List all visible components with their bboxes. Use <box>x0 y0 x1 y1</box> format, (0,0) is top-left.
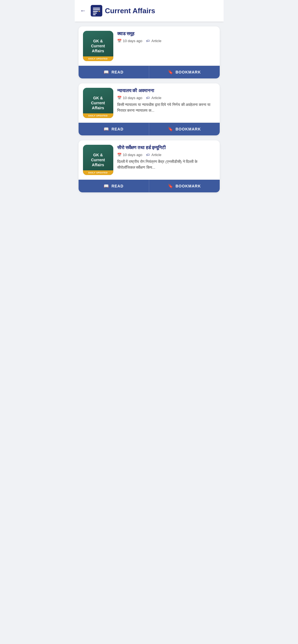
bookmark-button[interactable]: 🔖 BOOKMARK <box>149 180 220 192</box>
read-button[interactable]: 📖 READ <box>79 123 149 135</box>
thumb-text-3: Affairs <box>90 162 106 167</box>
read-icon: 📖 <box>104 184 109 189</box>
bookmark-icon: 🔖 <box>168 184 173 189</box>
article-excerpt: दिल्ली में राष्ट्रीय रोग नियंत्रण केंद्र… <box>117 159 215 171</box>
article-card: GK & Current Affairs DAILY UPDATED न्याय… <box>79 83 220 135</box>
calendar-icon: 📅 <box>117 39 122 43</box>
thumb-text-2: Current <box>89 43 107 48</box>
meta-type: 🏷 Article <box>146 39 161 43</box>
meta-date: 📅 10 days ago <box>117 39 143 43</box>
article-meta: 📅 10 days ago 🏷 Article <box>117 95 215 100</box>
tag-icon: 🏷 <box>146 39 150 43</box>
article-meta: 📅 10 days ago 🏷 Article <box>117 152 215 157</box>
svg-rect-6 <box>93 14 96 15</box>
article-body: GK & Current Affairs DAILY UPDATED न्याय… <box>79 83 220 122</box>
article-thumbnail: GK & Current Affairs DAILY UPDATED <box>83 145 113 175</box>
bookmark-icon: 🔖 <box>168 127 173 132</box>
article-title: क्वाड समूह <box>117 31 215 37</box>
articles-list: GK & Current Affairs DAILY UPDATED क्वाड… <box>75 21 224 197</box>
article-thumbnail: GK & Current Affairs DAILY UPDATED <box>83 88 113 118</box>
calendar-icon: 📅 <box>117 152 122 157</box>
svg-rect-4 <box>98 11 100 12</box>
meta-date: 📅 10 days ago <box>117 95 143 100</box>
bookmark-icon: 🔖 <box>168 70 173 75</box>
read-icon: 📖 <box>104 70 109 75</box>
article-card: GK & Current Affairs DAILY UPDATED क्वाड… <box>79 26 220 78</box>
thumb-text-2: Current <box>89 157 107 162</box>
thumb-text-1: GK & <box>92 95 104 100</box>
thumb-text-1: GK & <box>92 152 104 157</box>
svg-rect-3 <box>93 11 98 12</box>
meta-type: 🏷 Article <box>146 152 161 157</box>
article-info: न्यायालय की अवमानना 📅 10 days ago 🏷 Arti… <box>117 88 215 114</box>
article-info: सीरो सर्वेक्षण तथा हर्ड इम्यूनिटी 📅 10 d… <box>117 145 215 171</box>
article-actions: 📖 READ 🔖 BOOKMARK <box>79 66 220 78</box>
thumb-text-2: Current <box>89 100 107 105</box>
thumb-text-3: Affairs <box>90 105 106 110</box>
meta-type: 🏷 Article <box>146 95 161 100</box>
meta-date: 📅 10 days ago <box>117 152 143 157</box>
article-actions: 📖 READ 🔖 BOOKMARK <box>79 179 220 192</box>
tag-icon: 🏷 <box>146 95 150 100</box>
thumb-text-3: Affairs <box>90 48 106 53</box>
article-actions: 📖 READ 🔖 BOOKMARK <box>79 122 220 135</box>
svg-rect-0 <box>91 5 102 17</box>
thumb-badge: DAILY UPDATED <box>83 170 113 175</box>
tag-icon: 🏷 <box>146 152 150 157</box>
current-affairs-icon <box>91 5 102 17</box>
article-title: सीरो सर्वेक्षण तथा हर्ड इम्यूनिटी <box>117 145 215 151</box>
bookmark-button[interactable]: 🔖 BOOKMARK <box>149 123 220 135</box>
back-button[interactable]: ← <box>80 7 86 14</box>
article-title: न्यायालय की अवमानना <box>117 88 215 94</box>
read-button[interactable]: 📖 READ <box>79 180 149 192</box>
page-title: Current Affairs <box>105 7 155 15</box>
read-button[interactable]: 📖 READ <box>79 66 149 78</box>
article-body: GK & Current Affairs DAILY UPDATED सीरो … <box>79 140 220 179</box>
bookmark-button[interactable]: 🔖 BOOKMARK <box>149 66 220 78</box>
header: ← Current Affairs <box>75 0 224 21</box>
article-meta: 📅 10 days ago 🏷 Article <box>117 39 215 43</box>
thumb-text-1: GK & <box>92 39 104 43</box>
svg-rect-5 <box>93 13 97 13</box>
svg-rect-2 <box>93 9 100 10</box>
article-body: GK & Current Affairs DAILY UPDATED क्वाड… <box>79 26 220 66</box>
thumb-badge: DAILY UPDATED <box>83 113 113 118</box>
article-excerpt: किसी न्यायालय या न्यायधीश द्वारा दिये गय… <box>117 102 215 114</box>
article-info: क्वाड समूह 📅 10 days ago 🏷 Article <box>117 31 215 43</box>
calendar-icon: 📅 <box>117 95 122 100</box>
article-card: GK & Current Affairs DAILY UPDATED सीरो … <box>79 140 220 192</box>
read-icon: 📖 <box>104 127 109 132</box>
thumb-badge: DAILY UPDATED <box>83 56 113 61</box>
svg-rect-1 <box>93 8 100 9</box>
article-thumbnail: GK & Current Affairs DAILY UPDATED <box>83 31 113 61</box>
